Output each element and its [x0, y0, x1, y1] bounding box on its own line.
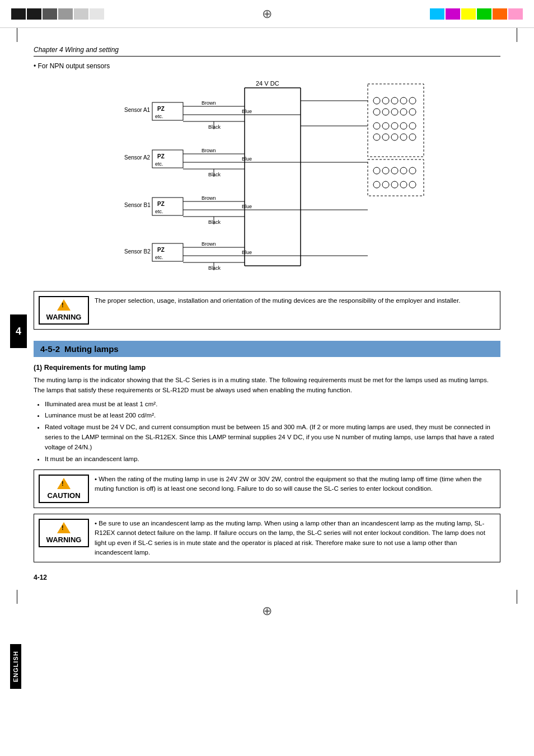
caution-triangle-icon	[57, 478, 71, 489]
npn-label: • For NPN output sensors	[34, 62, 500, 70]
section-header: 4-5-2 Muting lamps	[34, 341, 500, 357]
svg-point-22	[400, 134, 407, 140]
svg-point-81	[391, 181, 398, 188]
svg-point-10	[382, 109, 389, 115]
color-block	[43, 8, 57, 20]
svg-point-11	[391, 109, 398, 115]
circuit-diagram-svg: 24 V DC	[93, 76, 441, 283]
color-block	[74, 8, 88, 20]
svg-point-16	[391, 123, 398, 129]
color-block	[430, 8, 444, 20]
svg-text:Brown: Brown	[202, 195, 216, 201]
svg-text:etc.: etc.	[155, 161, 163, 167]
svg-point-13	[409, 109, 416, 115]
svg-text:Black: Black	[208, 219, 221, 225]
svg-point-9	[373, 109, 380, 115]
svg-point-75	[382, 167, 389, 174]
svg-point-17	[400, 123, 407, 129]
svg-text:Black: Black	[208, 265, 221, 271]
svg-point-18	[409, 123, 416, 129]
color-block	[508, 8, 523, 20]
caution-text: • When the rating of the muting lamp in …	[95, 475, 495, 494]
svg-rect-3	[368, 84, 424, 157]
warning-badge-1: WARNING	[39, 296, 89, 325]
color-block	[11, 8, 26, 20]
warning-box-1: WARNING The proper selection, usage, ins…	[34, 291, 500, 330]
warning-triangle-icon	[57, 299, 71, 311]
svg-text:etc.: etc.	[155, 114, 163, 119]
svg-point-80	[382, 181, 389, 188]
center-crosshair: ⊕	[262, 7, 272, 21]
svg-point-21	[391, 134, 398, 140]
svg-text:etc.: etc.	[155, 255, 163, 260]
color-block	[58, 8, 73, 20]
npn-diagram: 24 V DC	[34, 76, 500, 283]
border-corners-top	[17, 28, 517, 35]
color-blocks-right	[430, 8, 523, 20]
color-block	[446, 8, 460, 20]
svg-text:Brown: Brown	[202, 241, 216, 247]
svg-point-74	[373, 167, 380, 174]
svg-text:Black: Black	[208, 172, 221, 177]
requirements-list: Illuminated area must be at least 1 cm².…	[45, 399, 500, 464]
caution-box-1: CAUTION • When the rating of the muting …	[34, 469, 500, 508]
list-item: Illuminated area must be at least 1 cm².	[45, 399, 500, 409]
subsection-title-1: (1) Requirements for muting lamp	[34, 364, 500, 372]
svg-text:Blue: Blue	[242, 250, 252, 255]
list-item: It must be an incandescent lamp.	[45, 454, 500, 464]
svg-point-15	[382, 123, 389, 129]
header-bar: ⊕	[0, 0, 534, 28]
color-block	[477, 8, 491, 20]
svg-text:Sensor B1: Sensor B1	[124, 202, 151, 208]
svg-text:PZ: PZ	[157, 153, 165, 159]
color-block	[493, 8, 507, 20]
svg-text:Blue: Blue	[242, 204, 252, 209]
svg-point-20	[382, 134, 389, 140]
subsection-body-1: The muting lamp is the indicator showing…	[34, 375, 500, 396]
svg-text:Brown: Brown	[202, 148, 216, 153]
bottom-crosshair: ⊕	[0, 604, 534, 624]
svg-point-79	[373, 181, 380, 188]
svg-point-82	[400, 181, 407, 188]
warning-badge-2: WARNING	[39, 519, 89, 547]
warning-text-2: • Be sure to use an incandescent lamp as…	[95, 519, 495, 557]
svg-text:etc.: etc.	[155, 209, 163, 214]
svg-point-12	[400, 109, 407, 115]
svg-text:Sensor A2: Sensor A2	[124, 154, 151, 161]
chapter-title: Chapter 4 Wiring and setting	[34, 46, 500, 57]
list-item: Rated voltage must be 24 V DC, and curre…	[45, 422, 500, 453]
english-tab: ENGLISH	[10, 644, 21, 689]
svg-point-23	[409, 134, 416, 140]
svg-rect-73	[368, 159, 424, 196]
svg-point-6	[391, 97, 398, 104]
svg-text:Blue: Blue	[242, 156, 252, 162]
border-corners-bottom	[17, 593, 517, 604]
svg-text:Black: Black	[208, 124, 221, 130]
warning-box-2: WARNING • Be sure to use an incandescent…	[34, 514, 500, 562]
warning-triangle-icon-2	[57, 522, 71, 533]
svg-text:PZ: PZ	[157, 247, 165, 253]
svg-point-8	[409, 97, 416, 104]
svg-point-7	[400, 97, 407, 104]
svg-text:Blue: Blue	[242, 109, 252, 114]
svg-point-5	[382, 97, 389, 104]
color-block	[461, 8, 476, 20]
caution-badge: CAUTION	[39, 475, 89, 503]
voltage-label: 24 V DC	[256, 80, 279, 87]
color-block	[27, 8, 41, 20]
svg-text:Sensor A1: Sensor A1	[124, 107, 151, 113]
svg-point-19	[373, 134, 380, 140]
list-item: Luminance must be at least 200 cd/m².	[45, 410, 500, 420]
svg-point-78	[409, 167, 416, 174]
svg-point-77	[400, 167, 407, 174]
svg-text:Sensor B2: Sensor B2	[124, 248, 151, 255]
svg-point-14	[373, 123, 380, 129]
svg-point-83	[409, 181, 416, 188]
svg-point-76	[391, 167, 398, 174]
color-blocks-left	[11, 8, 104, 20]
svg-point-4	[373, 97, 380, 104]
color-block	[90, 8, 104, 20]
svg-text:Brown: Brown	[202, 100, 216, 106]
svg-text:PZ: PZ	[157, 201, 165, 207]
svg-text:PZ: PZ	[157, 106, 165, 112]
